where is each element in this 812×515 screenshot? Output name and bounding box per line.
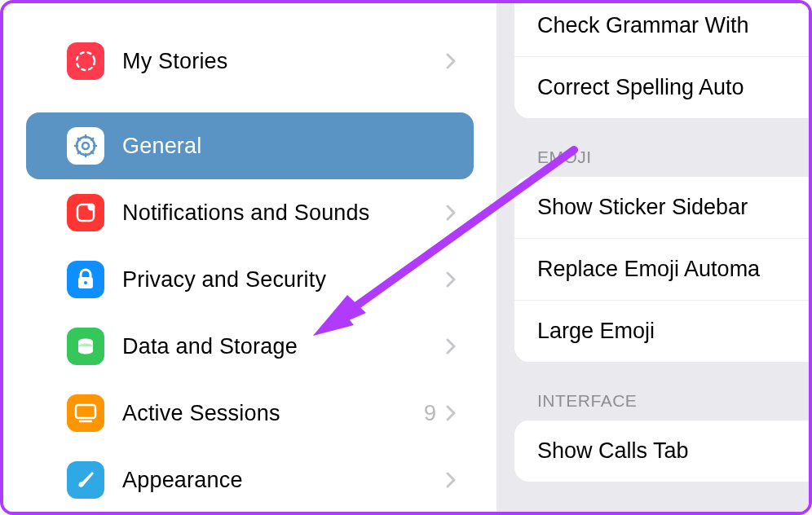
svg-rect-17 — [76, 405, 95, 418]
bell-icon — [67, 194, 104, 231]
sidebar-item-my-stories[interactable]: My Stories — [26, 28, 474, 95]
sidebar-item-label: Active Sessions — [122, 401, 424, 426]
chevron-right-icon — [444, 403, 457, 423]
sidebar-item-label: Data and Storage — [122, 334, 444, 359]
sidebar-item-active-sessions[interactable]: Active Sessions 9 — [26, 380, 474, 447]
svg-line-10 — [91, 139, 93, 140]
sidebar-item-data-storage[interactable]: Data and Storage — [26, 313, 474, 380]
chevron-right-icon — [444, 51, 457, 71]
row-show-calls-tab[interactable]: Show Calls Tab — [514, 420, 809, 482]
svg-point-14 — [84, 281, 87, 284]
svg-line-7 — [78, 139, 80, 140]
chevron-right-icon — [444, 337, 457, 356]
sidebar-item-label: Notifications and Sounds — [122, 200, 444, 226]
settings-sidebar: My Stories — [3, 3, 496, 512]
chevron-right-icon — [444, 470, 457, 490]
interface-section-header: INTERFACE — [496, 362, 809, 420]
monitor-icon — [67, 394, 104, 432]
chevron-right-icon — [444, 203, 457, 222]
sidebar-item-label: Privacy and Security — [122, 267, 444, 293]
chevron-right-icon — [444, 270, 457, 289]
spelling-section: Check Grammar With Correct Spelling Auto — [514, 3, 809, 118]
sidebar-item-privacy[interactable]: Privacy and Security — [26, 246, 474, 313]
sidebar-item-notifications[interactable]: Notifications and Sounds — [26, 179, 474, 246]
sidebar-item-label: My Stories — [122, 49, 444, 74]
row-check-grammar[interactable]: Check Grammar With — [514, 3, 809, 57]
sidebar-item-label: General — [122, 134, 457, 159]
emoji-section: Show Sticker Sidebar Replace Emoji Autom… — [514, 177, 809, 362]
interface-section: Show Calls Tab — [514, 420, 809, 482]
sidebar-item-label: Appearance — [122, 468, 444, 493]
brush-icon — [67, 461, 104, 499]
row-large-emoji[interactable]: Large Emoji — [514, 301, 809, 362]
gear-icon — [67, 127, 104, 165]
sidebar-item-general[interactable]: General — [26, 112, 474, 179]
lock-icon — [67, 261, 104, 298]
svg-point-2 — [82, 143, 89, 149]
row-correct-spelling[interactable]: Correct Spelling Auto — [514, 57, 809, 118]
sidebar-item-appearance[interactable]: Appearance — [26, 447, 474, 513]
svg-line-8 — [91, 152, 93, 153]
svg-line-9 — [78, 152, 80, 153]
settings-detail-panel: Check Grammar With Correct Spelling Auto… — [496, 3, 809, 512]
emoji-section-header: EMOJI — [496, 118, 809, 177]
database-icon — [67, 328, 104, 365]
row-replace-emoji[interactable]: Replace Emoji Automa — [514, 239, 809, 301]
svg-point-0 — [77, 52, 95, 70]
row-sticker-sidebar[interactable]: Show Sticker Sidebar — [514, 177, 809, 239]
svg-point-12 — [88, 204, 95, 211]
stories-icon — [67, 42, 104, 80]
sessions-count-badge: 9 — [424, 401, 436, 426]
